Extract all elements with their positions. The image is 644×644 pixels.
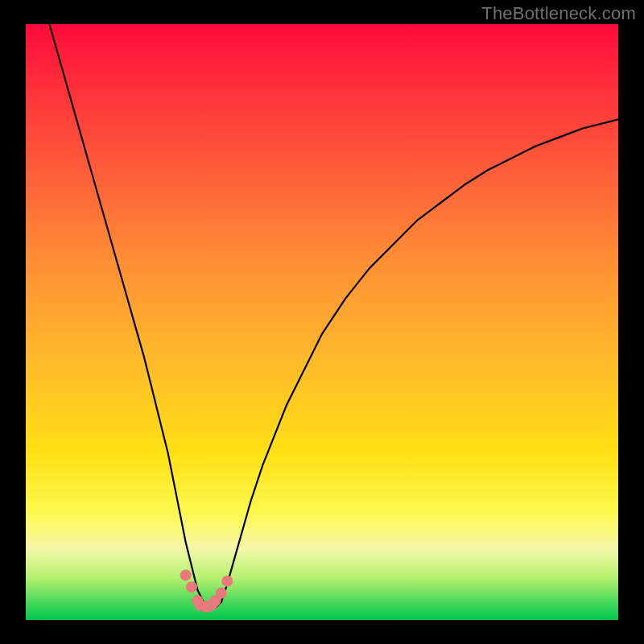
marker-dot: [216, 588, 227, 599]
chart-svg: [26, 24, 618, 620]
marker-dot: [221, 576, 233, 587]
marker-dot: [180, 570, 192, 581]
chart-frame: TheBottleneck.com: [0, 0, 644, 644]
marker-dot: [186, 581, 197, 592]
watermark-text: TheBottleneck.com: [481, 3, 636, 24]
near-zero-markers: [180, 570, 233, 613]
bottleneck-curve: [49, 24, 618, 608]
plot-area: [26, 24, 618, 620]
